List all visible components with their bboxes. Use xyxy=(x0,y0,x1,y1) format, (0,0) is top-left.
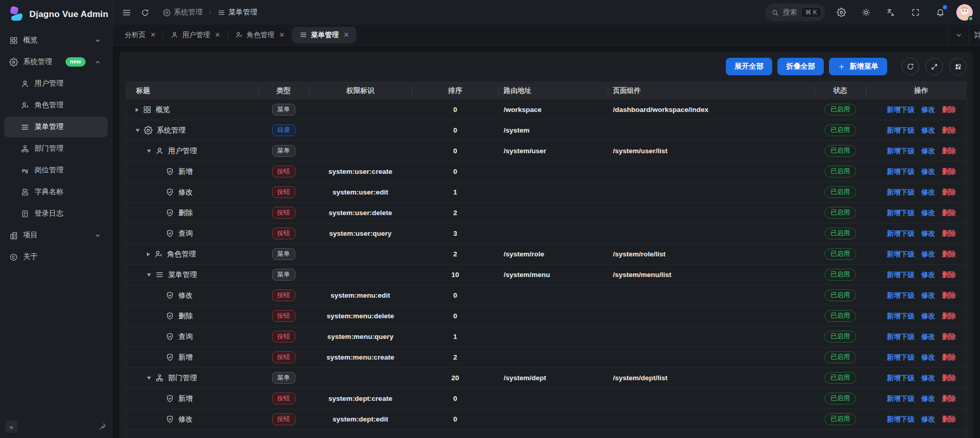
refresh-table-button[interactable] xyxy=(902,58,919,75)
sidebar-item-label: 登录日志 xyxy=(35,209,63,218)
add-child-link[interactable]: 新增下级 xyxy=(887,208,915,218)
edit-link[interactable]: 修改 xyxy=(921,353,935,362)
collapse-row-arrow-icon[interactable] xyxy=(147,150,151,153)
breadcrumb-item-menu[interactable]: 菜单管理 xyxy=(218,8,257,17)
row-order: 1 xyxy=(453,333,457,340)
add-child-link[interactable]: 新增下级 xyxy=(887,415,915,424)
tab-user[interactable]: 用户管理✕ xyxy=(163,25,227,45)
delete-link[interactable]: 删除 xyxy=(942,291,956,300)
edit-link[interactable]: 修改 xyxy=(921,291,935,300)
add-child-link[interactable]: 新增下级 xyxy=(887,105,915,115)
notifications-button[interactable] xyxy=(932,4,949,21)
maximize-content-button[interactable] xyxy=(969,25,980,45)
close-icon[interactable]: ✕ xyxy=(279,31,285,38)
collapse-row-arrow-icon[interactable] xyxy=(136,129,140,132)
row-permission: system:user:edit xyxy=(333,188,388,196)
edit-link[interactable]: 修改 xyxy=(921,270,935,280)
delete-link[interactable]: 删除 xyxy=(942,270,956,280)
edit-link[interactable]: 修改 xyxy=(921,394,935,403)
delete-link[interactable]: 删除 xyxy=(942,250,956,259)
tab-menu[interactable]: 菜单管理✕ xyxy=(292,27,356,43)
close-icon[interactable]: ✕ xyxy=(214,31,220,38)
pin-icon[interactable] xyxy=(98,423,107,431)
fullscreen-table-button[interactable] xyxy=(925,58,943,75)
breadcrumb-item-system[interactable]: 系统管理 xyxy=(163,8,203,17)
logo[interactable]: Djagno Vue Admin xyxy=(0,0,112,29)
edit-link[interactable]: 修改 xyxy=(921,250,935,259)
edit-link[interactable]: 修改 xyxy=(921,312,935,321)
tabs-dropdown-button[interactable] xyxy=(948,25,969,45)
delete-link[interactable]: 删除 xyxy=(942,105,956,115)
add-child-link[interactable]: 新增下级 xyxy=(887,394,915,403)
edit-link[interactable]: 修改 xyxy=(921,374,935,383)
sidebar-item-menu[interactable]: 菜单管理 xyxy=(4,117,108,137)
sidebar-item-dept[interactable]: 部门管理 xyxy=(4,138,108,159)
sidebar-collapse-button[interactable]: « xyxy=(5,420,18,433)
sidebar-item-post[interactable]: Pg岗位管理 xyxy=(4,160,108,181)
sidebar-item-role[interactable]: 角色管理 xyxy=(4,95,108,116)
collapse-row-arrow-icon[interactable] xyxy=(147,377,151,380)
column-settings-button[interactable] xyxy=(949,58,967,75)
delete-link[interactable]: 删除 xyxy=(942,332,956,342)
delete-link[interactable]: 删除 xyxy=(942,229,956,238)
search-button[interactable]: 搜索 ⌘ K xyxy=(765,4,825,21)
collapse-row-arrow-icon[interactable] xyxy=(147,273,151,277)
expand-row-arrow-icon[interactable] xyxy=(147,252,150,256)
close-icon[interactable]: ✕ xyxy=(151,31,156,38)
gear-icon xyxy=(163,9,171,17)
edit-link[interactable]: 修改 xyxy=(921,208,935,218)
expand-all-button[interactable]: 展开全部 xyxy=(726,58,772,75)
close-icon[interactable]: ✕ xyxy=(343,31,349,38)
edit-link[interactable]: 修改 xyxy=(921,147,935,156)
delete-link[interactable]: 删除 xyxy=(942,147,956,156)
add-child-link[interactable]: 新增下级 xyxy=(887,188,915,197)
delete-link[interactable]: 删除 xyxy=(942,353,956,362)
add-child-link[interactable]: 新增下级 xyxy=(887,147,915,156)
edit-link[interactable]: 修改 xyxy=(921,126,935,135)
add-child-link[interactable]: 新增下级 xyxy=(887,250,915,259)
delete-link[interactable]: 删除 xyxy=(942,312,956,321)
sidebar-item-dict[interactable]: 字典名称 xyxy=(4,182,108,202)
edit-link[interactable]: 修改 xyxy=(921,415,935,424)
tab-analysis[interactable]: 分析页✕ xyxy=(118,25,163,45)
add-child-link[interactable]: 新增下级 xyxy=(887,312,915,321)
sidebar-item-user[interactable]: 用户管理 xyxy=(4,73,108,94)
delete-link[interactable]: 删除 xyxy=(942,374,956,383)
expand-row-arrow-icon[interactable] xyxy=(136,108,139,112)
avatar[interactable] xyxy=(956,4,973,21)
sidebar-item-system[interactable]: 系统管理new xyxy=(4,52,108,72)
add-child-link[interactable]: 新增下级 xyxy=(887,353,915,362)
collapse-all-button[interactable]: 折叠全部 xyxy=(777,58,824,75)
add-child-link[interactable]: 新增下级 xyxy=(887,229,915,238)
theme-toggle-button[interactable] xyxy=(857,4,875,21)
add-child-link[interactable]: 新增下级 xyxy=(887,332,915,342)
edit-link[interactable]: 修改 xyxy=(921,167,935,176)
sidebar-item-project[interactable]: 项目 xyxy=(4,225,108,246)
sidebar-item-log[interactable]: 登录日志 xyxy=(4,203,108,224)
delete-link[interactable]: 删除 xyxy=(942,188,956,197)
fullscreen-button[interactable] xyxy=(907,4,924,21)
column-header-label: 页面组件 xyxy=(613,86,641,95)
delete-link[interactable]: 删除 xyxy=(942,208,956,218)
delete-link[interactable]: 删除 xyxy=(942,394,956,403)
edit-link[interactable]: 修改 xyxy=(921,229,935,238)
delete-link[interactable]: 删除 xyxy=(942,415,956,424)
sidebar-item-about[interactable]: 关于 xyxy=(4,247,108,267)
delete-link[interactable]: 删除 xyxy=(942,126,956,135)
language-button[interactable]: 文A xyxy=(882,4,900,21)
edit-link[interactable]: 修改 xyxy=(921,105,935,115)
add-child-link[interactable]: 新增下级 xyxy=(887,374,915,383)
add-menu-button[interactable]: 新增菜单 xyxy=(829,58,887,75)
add-child-link[interactable]: 新增下级 xyxy=(887,291,915,300)
add-child-link[interactable]: 新增下级 xyxy=(887,126,915,135)
settings-button[interactable] xyxy=(833,4,850,21)
refresh-icon[interactable] xyxy=(141,8,150,17)
sidebar-item-overview[interactable]: 概览 xyxy=(4,30,108,51)
add-child-link[interactable]: 新增下级 xyxy=(887,270,915,280)
hamburger-icon[interactable] xyxy=(122,8,131,18)
delete-link[interactable]: 删除 xyxy=(942,167,956,176)
edit-link[interactable]: 修改 xyxy=(921,332,935,342)
edit-link[interactable]: 修改 xyxy=(921,188,935,197)
add-child-link[interactable]: 新增下级 xyxy=(887,167,915,176)
tab-role[interactable]: 角色管理✕ xyxy=(228,25,292,45)
